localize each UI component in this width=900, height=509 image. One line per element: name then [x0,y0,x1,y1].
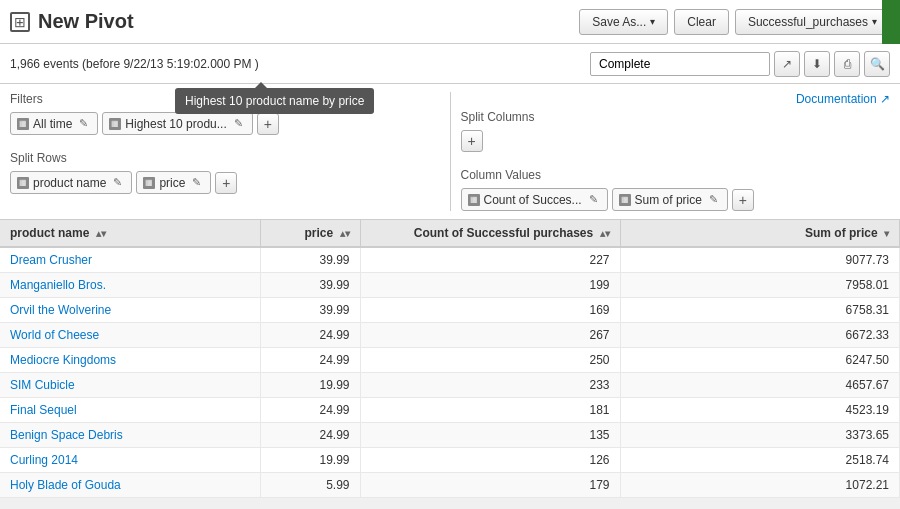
edit-filter-icon[interactable]: ✎ [231,116,246,131]
edit-productname-icon[interactable]: ✎ [110,175,125,190]
cell-sum-price: 4657.67 [620,373,900,398]
cell-product-name: Dream Crusher [0,247,260,273]
sort-price-icon[interactable]: ▴▾ [340,228,350,239]
cell-product-name: Benign Space Debris [0,423,260,448]
product-link[interactable]: SIM Cubicle [10,378,75,392]
edit-time-icon[interactable]: ✎ [76,116,91,131]
add-splitcol-button[interactable]: + [461,130,483,152]
cell-count: 227 [360,247,620,273]
cell-price: 24.99 [260,398,360,423]
events-text: 1,966 events (before 9/22/13 5:19:02.000… [10,57,590,71]
cell-price: 24.99 [260,348,360,373]
col-price[interactable]: price ▴▾ [260,220,360,247]
search-icon[interactable]: 🔍 [864,51,890,77]
cell-product-name: Curling 2014 [0,448,260,473]
cell-count: 199 [360,273,620,298]
cell-price: 39.99 [260,273,360,298]
clear-button[interactable]: Clear [674,9,729,35]
table-row: Holy Blade of Gouda 5.99 179 1072.21 [0,473,900,498]
sum-price-chip[interactable]: Sum of price ✎ [612,188,728,211]
cell-price: 19.99 [260,373,360,398]
download-icon[interactable]: ⬇ [804,51,830,77]
cell-product-name: SIM Cubicle [0,373,260,398]
product-link[interactable]: Curling 2014 [10,453,78,467]
chip-icon [17,118,29,130]
chip-icon3 [17,177,29,189]
table-row: World of Cheese 24.99 267 6672.33 [0,323,900,348]
cell-price: 39.99 [260,247,360,273]
cell-product-name: Final Sequel [0,398,260,423]
cell-count: 135 [360,423,620,448]
col-count[interactable]: Count of Successful purchases ▴▾ [360,220,620,247]
cell-price: 24.99 [260,323,360,348]
cell-product-name: Holy Blade of Gouda [0,473,260,498]
chip-icon5 [468,194,480,206]
cell-sum-price: 1072.21 [620,473,900,498]
cell-count: 181 [360,398,620,423]
cell-price: 24.99 [260,423,360,448]
cell-count: 250 [360,348,620,373]
cell-sum-price: 6247.50 [620,348,900,373]
documentation-link[interactable]: Documentation ↗ [796,92,890,106]
product-link[interactable]: Dream Crusher [10,253,92,267]
add-colval-button[interactable]: + [732,189,754,211]
split-rows-label: Split Rows [10,151,440,165]
split-columns-label: Split Columns [461,110,891,124]
sort-sumprice-icon[interactable]: ▾ [884,228,889,239]
page-title: New Pivot [38,10,579,33]
print-icon[interactable]: ⎙ [834,51,860,77]
cell-product-name: Orvil the Wolverine [0,298,260,323]
table-row: Final Sequel 24.99 181 4523.19 [0,398,900,423]
col-product-name[interactable]: product name ▴▾ [0,220,260,247]
add-splitrow-button[interactable]: + [215,172,237,194]
column-values-label: Column Values [461,168,891,182]
edit-price-icon[interactable]: ✎ [189,175,204,190]
cell-sum-price: 3373.65 [620,423,900,448]
table-header-row: product name ▴▾ price ▴▾ Count of Succes… [0,220,900,247]
filter-chip[interactable]: Highest 10 produ... ✎ [102,112,252,135]
table-row: Dream Crusher 39.99 227 9077.73 [0,247,900,273]
product-link[interactable]: Holy Blade of Gouda [10,478,121,492]
cell-product-name: Manganiello Bros. [0,273,260,298]
cell-sum-price: 6758.31 [620,298,900,323]
product-link[interactable]: Manganiello Bros. [10,278,106,292]
cell-count: 179 [360,473,620,498]
share-icon[interactable]: ↗ [774,51,800,77]
chip-icon4 [143,177,155,189]
product-link[interactable]: Final Sequel [10,403,77,417]
cell-sum-price: 2518.74 [620,448,900,473]
cell-price: 5.99 [260,473,360,498]
table-row: Mediocre Kingdoms 24.99 250 6247.50 [0,348,900,373]
table-row: Benign Space Debris 24.99 135 3373.65 [0,423,900,448]
save-as-button[interactable]: Save As... [579,9,668,35]
cell-sum-price: 7958.01 [620,273,900,298]
product-name-chip[interactable]: product name ✎ [10,171,132,194]
edit-count-icon[interactable]: ✎ [586,192,601,207]
cell-sum-price: 4523.19 [620,398,900,423]
cell-count: 169 [360,298,620,323]
price-chip[interactable]: price ✎ [136,171,211,194]
product-link[interactable]: World of Cheese [10,328,99,342]
product-link[interactable]: Orvil the Wolverine [10,303,111,317]
edit-sumprice-icon[interactable]: ✎ [706,192,721,207]
time-filter-chip[interactable]: All time ✎ [10,112,98,135]
cell-sum-price: 6672.33 [620,323,900,348]
chip-icon2 [109,118,121,130]
cell-count: 126 [360,448,620,473]
complete-input[interactable] [590,52,770,76]
cell-price: 39.99 [260,298,360,323]
cell-sum-price: 9077.73 [620,247,900,273]
cell-product-name: World of Cheese [0,323,260,348]
table-row: Orvil the Wolverine 39.99 169 6758.31 [0,298,900,323]
cell-count: 267 [360,323,620,348]
cell-price: 19.99 [260,448,360,473]
sort-productname-icon[interactable]: ▴▾ [96,228,106,239]
product-link[interactable]: Benign Space Debris [10,428,123,442]
count-chip[interactable]: Count of Succes... ✎ [461,188,608,211]
dataset-button[interactable]: Successful_purchases [735,9,890,35]
sort-count-icon[interactable]: ▴▾ [600,228,610,239]
tooltip: Highest 10 product name by price [175,88,374,114]
col-sum-price[interactable]: Sum of price ▾ [620,220,900,247]
product-link[interactable]: Mediocre Kingdoms [10,353,116,367]
add-filter-button[interactable]: + [257,113,279,135]
